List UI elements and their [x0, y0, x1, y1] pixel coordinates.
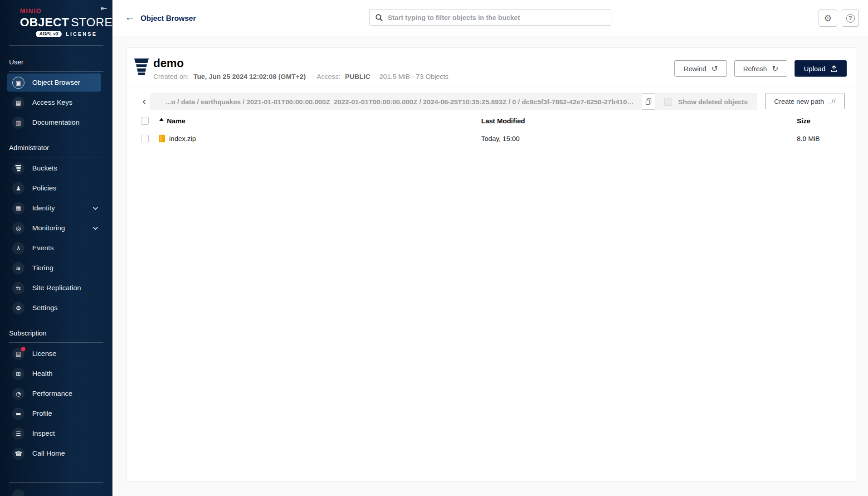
sidebar-item-monitoring[interactable]: ◎Monitoring: [7, 219, 101, 237]
rewind-icon: ↺: [711, 65, 717, 73]
select-all-cell: [138, 117, 159, 125]
row-checkbox[interactable]: [141, 135, 149, 142]
upload-button-label: Upload: [804, 65, 825, 73]
chevron-down-icon[interactable]: [93, 225, 98, 230]
back-arrow-icon[interactable]: ←: [125, 12, 135, 23]
zip-file-icon: [159, 135, 165, 142]
name-column-header[interactable]: Name: [159, 117, 481, 125]
sidebar-item-health[interactable]: ⊞Health: [7, 365, 101, 383]
sort-ascending-icon: [159, 118, 164, 121]
sidebar-item-label: Documentation: [32, 118, 79, 126]
row-checkbox-cell: [138, 135, 159, 142]
identity-icon: ▦: [12, 202, 24, 214]
sidebar-item-label: Call Home: [32, 449, 65, 457]
events-icon: λ: [12, 242, 24, 254]
bucket-meta: Created on: Tue, Jun 25 2024 12:02:08 (G…: [153, 73, 449, 80]
divider: [9, 157, 103, 157]
divider: [9, 45, 103, 46]
page-title: Object Browser: [141, 14, 196, 23]
breadcrumb-back-button[interactable]: ‹: [138, 93, 150, 110]
create-new-path-label: Create new path: [774, 97, 824, 105]
sidebar-item-site-replication[interactable]: ⇆Site Replication: [7, 279, 101, 297]
sidebar-item-call-home[interactable]: ☎Call Home: [7, 444, 101, 462]
sidebar-item-label: Events: [32, 244, 54, 252]
created-on-value: Tue, Jun 25 2024 12:02:08 (GMT+2): [193, 73, 306, 80]
sidebar-item-label: Site Replication: [32, 284, 81, 292]
sidebar: ⇤ MINIO OBJECTSTORE AGPL v3 LICENSE User…: [0, 0, 112, 496]
sidebar-item-events[interactable]: λEvents: [7, 239, 101, 257]
buckets-icon: [12, 162, 24, 175]
sidebar-item-license[interactable]: ▤License: [7, 345, 101, 363]
divider: [9, 482, 103, 483]
sidebar-item-label: Inspect: [32, 429, 55, 438]
create-new-path-button[interactable]: Create new path: [765, 93, 845, 109]
object-name-cell[interactable]: index.zip: [159, 135, 481, 142]
sidebar-item-label: Tiering: [32, 264, 54, 272]
sidebar-section-title: Subscription: [0, 329, 112, 337]
bucket-browser-card: demo Created on: Tue, Jun 25 2024 12:02:…: [126, 47, 857, 482]
rewind-button[interactable]: Rewind ↺: [674, 60, 727, 77]
upload-button[interactable]: Upload: [795, 60, 847, 77]
health-icon: ⊞: [12, 368, 24, 380]
sidebar-item-label: License: [32, 350, 56, 358]
tiering-icon: ≋: [12, 262, 24, 274]
help-icon: ?: [846, 14, 855, 23]
bucket-actions: Rewind ↺ Refresh ↻ Upload: [674, 60, 847, 77]
sidebar-section-title: User: [0, 58, 112, 66]
last-modified-column-header[interactable]: Last Modified: [481, 117, 797, 125]
content-area: demo Created on: Tue, Jun 25 2024 12:02:…: [112, 36, 868, 496]
breadcrumb-bar: ...o / data / earthquakes / 2021-01-01T0…: [150, 93, 757, 110]
license-row: AGPL v3 LICENSE: [20, 31, 97, 37]
bucket-header: demo Created on: Tue, Jun 25 2024 12:02:…: [127, 48, 857, 87]
refresh-button[interactable]: Refresh ↻: [734, 60, 788, 77]
sidebar-item-buckets[interactable]: Buckets: [7, 159, 101, 177]
select-all-checkbox[interactable]: [141, 117, 149, 125]
settings-button[interactable]: ⚙: [819, 10, 837, 27]
profile-icon: ▬: [12, 408, 24, 420]
object-size: 8.0 MiB: [797, 135, 842, 142]
sidebar-item-documentation[interactable]: ▥Documentation: [7, 113, 101, 131]
minio-wordmark: MINIO: [20, 7, 103, 15]
policies-icon: ♟: [12, 182, 24, 195]
license-icon: ▤: [12, 348, 24, 360]
size-column-header[interactable]: Size: [797, 117, 842, 125]
created-on-label: Created on:: [153, 73, 189, 80]
object-filter-search[interactable]: [369, 9, 611, 26]
inspect-icon: ☰: [12, 428, 24, 440]
collapse-sidebar-icon[interactable]: ⇤: [101, 4, 107, 13]
agpl-badge: AGPL v3: [36, 31, 62, 37]
access-label: Access:: [317, 73, 341, 80]
table-header-row: Name Last Modified Size: [138, 113, 842, 129]
refresh-button-label: Refresh: [743, 65, 767, 73]
copy-path-button[interactable]: [642, 93, 655, 110]
sidebar-item-label: Access Keys: [32, 98, 73, 107]
sidebar-item-policies[interactable]: ♟Policies: [7, 179, 101, 197]
object-last-modified: Today, 15:00: [481, 135, 797, 142]
access-keys-icon: ▤: [12, 97, 24, 109]
sidebar-item-performance[interactable]: ◔Performance: [7, 384, 101, 403]
show-deleted-checkbox[interactable]: [664, 98, 672, 106]
search-icon: [375, 14, 383, 22]
help-button[interactable]: ?: [842, 10, 859, 27]
sidebar-item-profile[interactable]: ▬Profile: [7, 404, 101, 423]
main-area: ← Object Browser ⚙ ?: [112, 0, 868, 496]
sidebar-item-identity[interactable]: ▦Identity: [7, 199, 101, 217]
performance-icon: ◔: [12, 388, 24, 400]
app-window: ⇤ MINIO OBJECTSTORE AGPL v3 LICENSE User…: [0, 0, 868, 496]
chevron-down-icon[interactable]: [93, 205, 98, 210]
divider: [9, 71, 103, 72]
search-input[interactable]: [388, 14, 605, 21]
sidebar-item-label: Settings: [32, 304, 58, 312]
table-row[interactable]: index.zipToday, 15:008.0 MiB: [138, 129, 842, 148]
sidebar-item-inspect[interactable]: ☰Inspect: [7, 424, 101, 443]
documentation-icon: ▥: [12, 117, 24, 129]
site-replication-icon: ⇆: [12, 282, 24, 294]
new-path-icon: [829, 98, 836, 104]
notification-dot: [21, 347, 25, 351]
sidebar-item-tiering[interactable]: ≋Tiering: [7, 259, 101, 277]
sidebar-item-object-browser[interactable]: ▣Object Browser: [7, 73, 101, 92]
settings-icon: ⚙: [12, 302, 24, 314]
bucket-icon: [133, 58, 150, 76]
sidebar-item-settings[interactable]: ⚙Settings: [7, 299, 101, 317]
sidebar-item-access-keys[interactable]: ▤Access Keys: [7, 93, 101, 112]
